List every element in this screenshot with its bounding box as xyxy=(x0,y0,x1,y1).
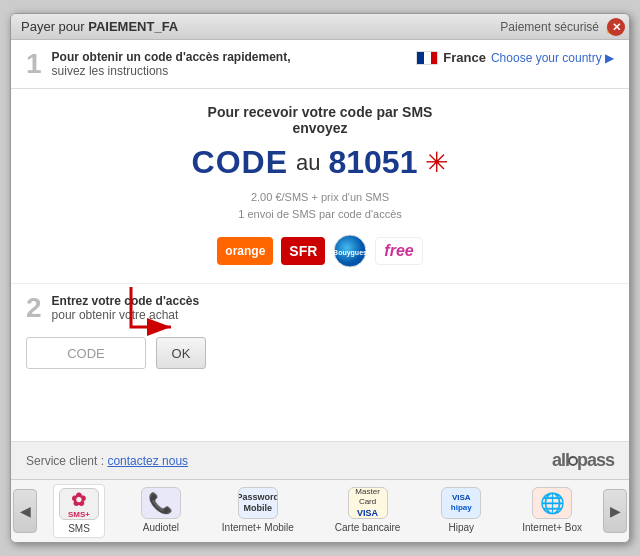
sms-note-line2: 1 envoi de SMS par code d'accès xyxy=(238,208,402,220)
sms-title: Pour recevoir votre code par SMS envoyez xyxy=(26,104,614,136)
step1-number: 1 xyxy=(26,50,42,78)
sms-title-line2: envoyez xyxy=(292,120,347,136)
tab-internetbox[interactable]: 🌐 Internet+ Box xyxy=(517,484,587,538)
step1-section: 1 Pour obtenir un code d'accès rapidemen… xyxy=(11,40,629,89)
service-prefix: Service client : xyxy=(26,454,107,468)
title-bold: PAIEMENT_FA xyxy=(88,19,178,34)
allopass-logo: allpass xyxy=(552,450,614,471)
audiotel-tab-icon: 📞 xyxy=(141,487,181,519)
sms-tab-icon: ✿ SMS+ xyxy=(59,488,99,520)
ok-button[interactable]: OK xyxy=(156,337,206,369)
titlebar: Payer pour PAIEMENT_FA Paiement sécurisé… xyxy=(11,14,629,40)
tab-sms[interactable]: ✿ SMS+ SMS xyxy=(53,484,105,538)
operator-sfr: SFR xyxy=(281,237,325,265)
code-input-area: OK xyxy=(11,327,629,384)
code-input-field[interactable] xyxy=(26,337,146,369)
step2-line2: pour obtenir votre achat xyxy=(52,308,179,322)
operator-free: free xyxy=(375,237,422,265)
tabs-bar: ◀ ✿ SMS+ SMS 📞 Audiotel xyxy=(11,479,629,542)
sms-code-line: CODE au 81051 ✳ xyxy=(26,144,614,181)
step2-number: 2 xyxy=(26,294,42,322)
hipay-tab-icon: VISAhipay xyxy=(441,487,481,519)
window-title: Payer pour PAIEMENT_FA xyxy=(21,19,178,34)
tab-prev-button[interactable]: ◀ xyxy=(13,489,37,533)
content-spacer xyxy=(11,384,629,441)
sms-number: 81051 xyxy=(328,144,417,181)
step1-text: Pour obtenir un code d'accès rapidement,… xyxy=(52,50,407,78)
payment-window: Payer pour PAIEMENT_FA Paiement sécurisé… xyxy=(10,13,630,543)
bottom-bar: Service client : contactez nous allpass xyxy=(11,441,629,479)
tabs-list: ✿ SMS+ SMS 📞 Audiotel PasswordMobile Int xyxy=(39,484,601,538)
tab-next-button[interactable]: ▶ xyxy=(603,489,627,533)
tab-audiotel[interactable]: 📞 Audiotel xyxy=(136,484,186,538)
step2-line1: Entrez votre code d'accès xyxy=(52,294,614,308)
secure-label: Paiement sécurisé 🔒 xyxy=(500,20,619,34)
tab-internetmobile[interactable]: PasswordMobile Internet+ Mobile xyxy=(217,484,299,538)
carte-tab-icon: MasterCardVISA xyxy=(348,487,388,519)
france-flag xyxy=(416,51,438,65)
step2-section: 2 Entrez votre code d'accès pour obtenir… xyxy=(11,284,629,327)
step1-line2: suivez les instructions xyxy=(52,64,169,78)
sms-code-word: CODE xyxy=(192,144,288,181)
sms-note: 2.00 €/SMS + prix d'un SMS 1 envoi de SM… xyxy=(26,189,614,222)
step1-line1: Pour obtenir un code d'accès rapidement, xyxy=(52,50,407,64)
svg-text:Bouygues: Bouygues xyxy=(333,249,367,257)
tab-carte-label: Carte bancaire xyxy=(335,522,401,533)
country-selector[interactable]: France Choose your country ▶ xyxy=(416,50,614,65)
operator-orange: orange xyxy=(217,237,273,265)
contact-link[interactable]: contactez nous xyxy=(107,454,188,468)
sms-title-line1: Pour recevoir votre code par SMS xyxy=(208,104,433,120)
sms-au: au xyxy=(296,150,320,176)
main-content: 1 Pour obtenir un code d'accès rapidemen… xyxy=(11,40,629,542)
tab-internetmobile-label: Internet+ Mobile xyxy=(222,522,294,533)
sms-instructions-box: Pour recevoir votre code par SMS envoyez… xyxy=(11,89,629,284)
tab-carte[interactable]: MasterCardVISA Carte bancaire xyxy=(330,484,406,538)
sms-note-line1: 2.00 €/SMS + prix d'un SMS xyxy=(251,191,389,203)
internetmobile-tab-icon: PasswordMobile xyxy=(238,487,278,519)
operators-list: orange SFR Bouygues free xyxy=(26,234,614,268)
tab-sms-label: SMS xyxy=(68,523,90,534)
service-client-text: Service client : contactez nous xyxy=(26,454,188,468)
step2-text: Entrez votre code d'accès pour obtenir v… xyxy=(52,294,614,322)
tab-hipay-label: Hipay xyxy=(449,522,475,533)
close-button[interactable]: ✕ xyxy=(607,18,625,36)
internetbox-tab-icon: 🌐 xyxy=(532,487,572,519)
tab-internetbox-label: Internet+ Box xyxy=(522,522,582,533)
tab-audiotel-label: Audiotel xyxy=(143,522,179,533)
choose-country-link[interactable]: Choose your country ▶ xyxy=(491,51,614,65)
tab-hipay[interactable]: VISAhipay Hipay xyxy=(436,484,486,538)
operator-bouygues: Bouygues xyxy=(333,234,367,268)
country-name: France xyxy=(443,50,486,65)
title-prefix: Payer pour xyxy=(21,19,88,34)
sms-star-icon: ✳ xyxy=(425,146,448,179)
